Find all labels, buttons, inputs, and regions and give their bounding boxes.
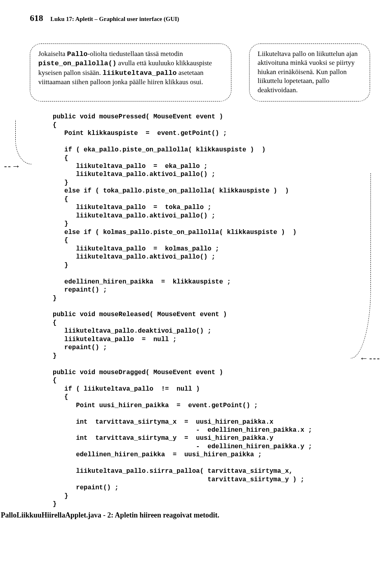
callout-right: Liikuteltava pallo on liikuttelun ajan a…	[249, 43, 370, 101]
callout-text: -oliolta tiedustellaan tässä metodin	[87, 50, 183, 58]
chapter-title: Luku 17: Apletit – Graphical user interf…	[50, 16, 179, 23]
code-inline: piste_on_pallolla()	[38, 60, 117, 67]
callout-text: Jokaiselta	[38, 50, 67, 58]
callout-text: Liikuteltava pallo on liikuttelun ajan a…	[258, 50, 358, 94]
figure-caption: PalloLiikkuuHiirellaApplet.java - 2: Apl…	[1, 511, 370, 520]
arrow-left-icon: - - →	[4, 161, 20, 172]
code-block-container: - - → ← - - - public void mousePressed( …	[27, 113, 370, 509]
page-number: 618	[30, 13, 43, 23]
code-block: public void mousePressed( MouseEvent eve…	[27, 113, 370, 509]
page-header: 618 Luku 17: Apletit – Graphical user in…	[30, 13, 370, 23]
arrow-right-icon: ← - - -	[360, 353, 379, 364]
code-inline: Pallo	[67, 50, 87, 58]
callout-left: Jokaiselta Pallo-oliolta tiedustellaan t…	[30, 43, 231, 101]
code-inline: liikuteltava_pallo	[103, 69, 177, 77]
